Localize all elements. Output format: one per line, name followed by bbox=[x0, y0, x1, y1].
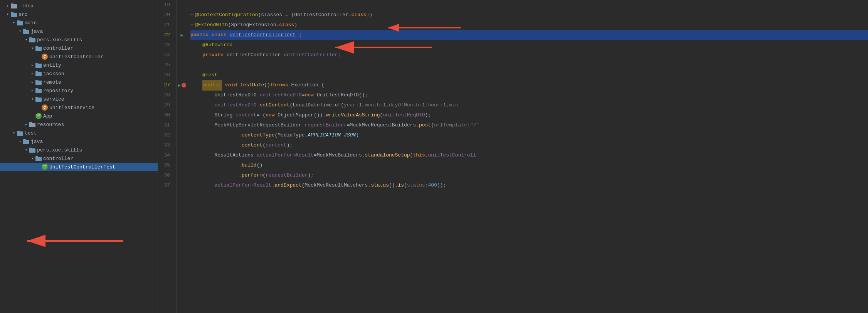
chevron-controller-icon bbox=[29, 46, 35, 50]
breakpoint-icon[interactable] bbox=[182, 83, 186, 88]
method3-37: is bbox=[398, 180, 404, 190]
code-31-space bbox=[302, 120, 305, 130]
code-37-arg: ( bbox=[302, 180, 305, 190]
folder-remote-icon bbox=[35, 79, 42, 85]
sidebar-item-repository[interactable]: repository bbox=[0, 86, 158, 95]
code-20-class: UnitTestController bbox=[294, 10, 348, 20]
code-content: ⊢ @ContextConfiguration (classes = { Uni… bbox=[187, 0, 868, 313]
kw-public-27: public bbox=[202, 80, 222, 91]
var-33: content bbox=[266, 140, 287, 150]
gutter-34 bbox=[177, 150, 187, 160]
chevron-package-icon bbox=[23, 37, 29, 42]
chevron-repository-icon bbox=[29, 88, 35, 93]
code-35-paren: () bbox=[257, 160, 263, 170]
sidebar-item-test[interactable]: test bbox=[0, 129, 158, 137]
type-34: ResultActions bbox=[214, 150, 253, 160]
code-32-chain: . bbox=[239, 130, 242, 140]
gutter-22[interactable]: ▶ bbox=[177, 30, 187, 40]
code-24-indent bbox=[190, 50, 202, 60]
sidebar-item-resources[interactable]: resources bbox=[0, 120, 158, 129]
sidebar-item-service[interactable]: service bbox=[0, 95, 158, 103]
chevron-resources-icon bbox=[23, 122, 29, 127]
folder-java-test-icon bbox=[23, 139, 29, 144]
sidebar-label-app: App bbox=[43, 113, 158, 119]
var-30: content bbox=[236, 110, 257, 120]
sidebar-item-package[interactable]: pers.xue.skills bbox=[0, 35, 158, 44]
sidebar-item-controller[interactable]: controller bbox=[0, 44, 158, 52]
run-class-button[interactable]: ▶ bbox=[180, 32, 183, 38]
sidebar-item-entity[interactable]: entity bbox=[0, 61, 158, 69]
code-37-dot: . bbox=[272, 180, 275, 190]
method-27: testDate bbox=[240, 80, 264, 90]
sidebar-label-src: src bbox=[19, 12, 158, 17]
num-dom: 1 bbox=[422, 100, 425, 110]
svg-rect-23 bbox=[29, 122, 32, 124]
sidebar-label-package: pers.xue.skills bbox=[37, 37, 158, 43]
sidebar-item-remote[interactable]: remote bbox=[0, 78, 158, 86]
sidebar-item-java-test[interactable]: java bbox=[0, 137, 158, 146]
code-28-paren: (); bbox=[359, 90, 368, 100]
line-num-29: 29 bbox=[158, 100, 173, 110]
kw-new-28: new bbox=[304, 90, 313, 100]
svg-rect-9 bbox=[29, 37, 32, 39]
line-num-37: 37 bbox=[158, 180, 173, 190]
sidebar-label-controller-test: controller bbox=[43, 156, 158, 162]
code-20-plain1: (classes = { bbox=[258, 10, 294, 20]
folder-test-icon bbox=[17, 130, 23, 136]
svg-rect-11 bbox=[35, 46, 38, 47]
sidebar-label-uts: UnitTestService bbox=[49, 105, 158, 111]
code-35-indent bbox=[190, 160, 239, 170]
code-24-space2 bbox=[281, 50, 284, 60]
gutter-27[interactable]: ▶ bbox=[177, 80, 187, 90]
chevron-entity-icon bbox=[29, 63, 35, 67]
gutter-icon-20: ⊢ bbox=[190, 10, 193, 20]
code-line-22: public class UnitTestControllerTest { bbox=[190, 30, 868, 40]
code-24-space bbox=[224, 50, 227, 60]
chevron-controller-test-icon bbox=[29, 156, 35, 161]
code-30-arg: ( bbox=[380, 110, 383, 120]
sidebar-item-main[interactable]: main bbox=[0, 19, 158, 27]
class-37: MockMvcResultMatchers bbox=[305, 180, 368, 190]
type-30: String bbox=[214, 110, 232, 120]
sidebar-item-src[interactable]: src bbox=[0, 10, 158, 19]
sidebar-item-unit-test-controller-test[interactable]: 🌱 UnitTestControllerTest bbox=[0, 163, 158, 171]
gutter-32 bbox=[177, 130, 187, 140]
sidebar-item-app[interactable]: 🌱 App bbox=[0, 112, 158, 120]
kw-throws-27: throws bbox=[270, 80, 288, 90]
gutter-29 bbox=[177, 100, 187, 110]
annotation-test: @Test bbox=[202, 70, 217, 80]
chevron-java-icon bbox=[17, 29, 23, 34]
gutter-35 bbox=[177, 160, 187, 170]
sidebar-item-jackson[interactable]: jackson bbox=[0, 69, 158, 78]
code-20-class-kw: class bbox=[352, 10, 367, 20]
method-34: standaloneSetup bbox=[365, 150, 410, 160]
code-31-paren: ( bbox=[431, 120, 434, 130]
sidebar-item-idea[interactable]: .idea bbox=[0, 2, 158, 10]
sidebar-item-package-test[interactable]: pers.xue.skills bbox=[0, 146, 158, 154]
run-method-button[interactable]: ▶ bbox=[178, 82, 180, 88]
class-34: MockMvcBuilders bbox=[317, 150, 362, 160]
exception-27: Exception bbox=[291, 80, 318, 90]
code-29-indent bbox=[190, 100, 214, 110]
sidebar-item-unit-test-controller[interactable]: C UnitTestController bbox=[0, 52, 158, 61]
var-34: actualPerformResult bbox=[257, 150, 314, 160]
code-37-dot2: . bbox=[368, 180, 371, 190]
code-21-plain2: . bbox=[276, 20, 279, 30]
sidebar-item-java[interactable]: java bbox=[0, 27, 158, 35]
sidebar-label-java: java bbox=[31, 29, 158, 34]
line-num-27: 27 bbox=[158, 80, 173, 90]
sidebar-item-unit-test-service[interactable]: C UnitTestService bbox=[0, 103, 158, 112]
gutter-26 bbox=[177, 70, 187, 80]
code-21-plain3: ) bbox=[294, 20, 297, 30]
line-num-33: 33 bbox=[158, 140, 173, 150]
line-num-21: 21 bbox=[158, 20, 173, 30]
line-num-28: 28 bbox=[158, 90, 173, 100]
line-num-30: 30 bbox=[158, 110, 173, 120]
sidebar-item-controller-test[interactable]: controller bbox=[0, 154, 158, 163]
code-line-32: . contentType ( MediaType . APPLICATION_… bbox=[190, 130, 868, 140]
code-36-end: ); bbox=[308, 170, 314, 180]
code-28-indent bbox=[190, 90, 214, 100]
code-line-36: . perform ( requestBuilder ); bbox=[190, 170, 868, 180]
line-num-35: 35 bbox=[158, 160, 173, 170]
line-num-23: 23 bbox=[158, 40, 173, 50]
